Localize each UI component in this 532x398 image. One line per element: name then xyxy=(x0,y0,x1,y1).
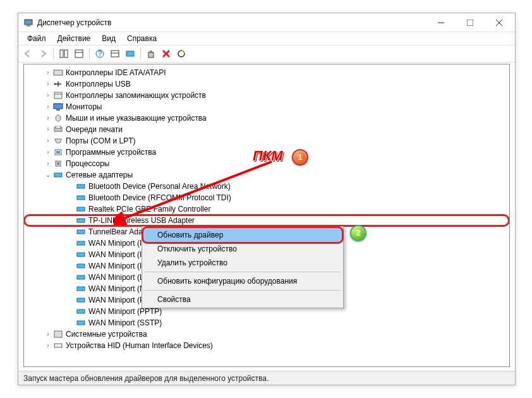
svg-rect-0 xyxy=(25,20,32,25)
svg-rect-47 xyxy=(54,344,62,347)
category-label[interactable]: Мониторы xyxy=(66,101,102,112)
adapter-icon xyxy=(76,296,86,305)
device-label[interactable]: Realtek PCIe GBE Family Controller xyxy=(88,203,210,215)
storage-icon xyxy=(53,91,63,100)
app-icon xyxy=(23,18,33,28)
svg-rect-6 xyxy=(60,50,63,57)
system-icon xyxy=(53,330,63,339)
adapter-icon xyxy=(76,262,86,270)
menubar: Файл Действие Вид Справка xyxy=(18,32,515,45)
device-label[interactable]: Bluetooth Device (Personal Area Network) xyxy=(88,181,231,192)
device-tree[interactable]: ›Контроллеры IDE ATA/ATAPI ›Контроллеры … xyxy=(23,64,510,367)
titlebar: Диспетчер устройств xyxy=(18,13,515,32)
svg-rect-45 xyxy=(77,321,85,325)
device-tplink[interactable]: ·TP-LINK Wireless USB Adapter xyxy=(25,215,508,226)
uninstall-icon[interactable] xyxy=(159,47,173,61)
svg-rect-39 xyxy=(77,253,85,256)
adapter-icon xyxy=(76,307,86,316)
svg-rect-44 xyxy=(77,310,85,313)
category-label[interactable]: Порты (COM и LPT) xyxy=(66,135,136,147)
svg-rect-40 xyxy=(77,264,85,268)
svg-rect-8 xyxy=(75,50,83,57)
printer-icon xyxy=(53,125,63,134)
toolbar-btn-02[interactable] xyxy=(72,47,86,61)
adapter-icon xyxy=(76,182,86,191)
svg-rect-42 xyxy=(77,287,85,291)
device-label[interactable]: Bluetooth Device (RFCOMM Protocol TDI) xyxy=(88,192,231,203)
category-label[interactable]: Процессоры xyxy=(66,158,110,169)
svg-rect-32 xyxy=(54,173,62,177)
svg-rect-19 xyxy=(54,70,63,75)
network-icon xyxy=(53,171,63,179)
menu-help[interactable]: Справка xyxy=(122,33,162,44)
window-title: Диспетчер устройств xyxy=(37,18,426,27)
scan-icon[interactable] xyxy=(123,47,137,61)
device-label[interactable]: WAN Miniport (SSTP) xyxy=(88,317,162,329)
ctx-update-driver[interactable]: Обновить драйвер xyxy=(143,228,342,242)
close-button[interactable] xyxy=(485,13,514,32)
minimize-button[interactable] xyxy=(426,13,456,32)
update-driver-icon[interactable] xyxy=(144,47,158,61)
svg-rect-43 xyxy=(77,298,85,302)
properties-icon[interactable] xyxy=(108,47,122,61)
category-label[interactable]: Контроллеры запоминающих устройств xyxy=(66,90,206,101)
svg-rect-31 xyxy=(57,162,59,165)
menu-action[interactable]: Действие xyxy=(52,33,96,44)
svg-rect-34 xyxy=(77,196,85,200)
hid-icon xyxy=(53,341,63,350)
adapter-icon xyxy=(76,250,86,259)
svg-rect-33 xyxy=(77,184,85,188)
category-label[interactable]: Системные устройства xyxy=(66,329,147,340)
svg-rect-37 xyxy=(77,230,85,234)
svg-rect-38 xyxy=(77,241,85,245)
forward-button[interactable] xyxy=(36,47,50,61)
adapter-icon xyxy=(76,239,86,248)
svg-rect-35 xyxy=(77,207,85,211)
category-label[interactable]: Очереди печати xyxy=(66,124,123,135)
adapter-icon xyxy=(76,205,86,214)
category-label[interactable]: Мыши и иные указывающие устройства xyxy=(66,112,207,124)
svg-rect-46 xyxy=(54,331,62,337)
category-label[interactable]: Устройства HID (Human Interface Devices) xyxy=(66,340,213,351)
menu-view[interactable]: Вид xyxy=(97,33,121,44)
device-label[interactable]: WAN Miniport (IP) xyxy=(88,249,149,260)
annotation-marker-1: 1 xyxy=(292,149,308,166)
maximize-button[interactable] xyxy=(456,13,485,32)
svg-rect-21 xyxy=(54,92,62,99)
ctx-properties[interactable]: Свойства xyxy=(143,292,342,306)
category-label[interactable]: Контроллеры IDE ATA/ATAPI xyxy=(66,67,166,78)
svg-rect-14 xyxy=(126,51,134,56)
toolbar-btn-01[interactable] xyxy=(57,47,71,61)
category-label[interactable]: Программные устройства xyxy=(66,147,156,158)
back-button[interactable] xyxy=(21,47,35,61)
software-icon xyxy=(53,148,63,157)
disable-icon[interactable] xyxy=(174,47,188,61)
svg-rect-3 xyxy=(467,20,473,26)
menu-file[interactable]: Файл xyxy=(22,33,51,44)
adapter-icon xyxy=(76,284,86,293)
ide-icon xyxy=(53,68,63,77)
svg-rect-23 xyxy=(54,104,63,109)
svg-rect-15 xyxy=(148,52,154,57)
cpu-icon xyxy=(53,159,63,168)
svg-rect-27 xyxy=(56,126,61,128)
help-icon[interactable]: ? xyxy=(93,47,107,61)
svg-rect-7 xyxy=(64,50,68,57)
svg-point-25 xyxy=(56,115,61,121)
svg-point-20 xyxy=(54,83,56,85)
toolbar: ? xyxy=(18,45,515,63)
ctx-rescan-hardware[interactable]: Обновить конфигурацию оборудования xyxy=(143,274,342,288)
category-label[interactable]: Сетевые адаптеры xyxy=(66,169,133,181)
adapter-icon xyxy=(76,273,86,282)
context-menu: Обновить драйвер Отключить устройство Уд… xyxy=(142,226,344,308)
monitor-icon xyxy=(53,102,63,111)
ctx-disable-device[interactable]: Отключить устройство xyxy=(143,242,342,256)
svg-rect-41 xyxy=(77,275,85,279)
category-label[interactable]: Контроллеры USB xyxy=(66,78,131,90)
ports-icon xyxy=(53,136,63,145)
ctx-remove-device[interactable]: Удалить устройство xyxy=(143,256,342,270)
svg-rect-24 xyxy=(56,109,60,111)
svg-rect-12 xyxy=(111,51,119,57)
mouse-icon xyxy=(53,114,63,123)
adapter-icon xyxy=(76,193,86,202)
